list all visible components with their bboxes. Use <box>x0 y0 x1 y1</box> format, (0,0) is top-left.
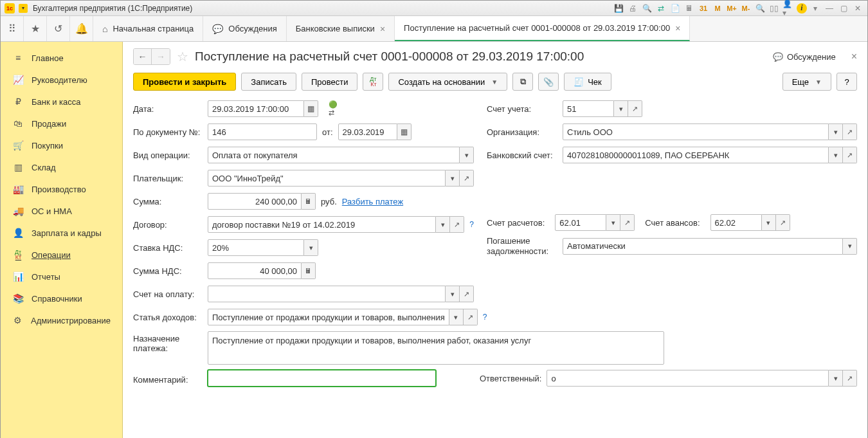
minimize-icon[interactable]: — <box>824 3 835 14</box>
vat-sum-field[interactable]: 40 000,00 <box>208 262 302 279</box>
post-and-close-button[interactable]: Провести и закрыть <box>133 73 236 91</box>
open-ref-icon[interactable]: ↗ <box>843 370 857 387</box>
dropdown-icon[interactable]: ▾ <box>460 147 474 163</box>
favorite-star-icon[interactable]: ☆ <box>177 49 188 64</box>
open-ref-icon[interactable]: ↗ <box>843 147 857 163</box>
sidebar-item-admin[interactable]: ⚙Администрирование <box>1 309 122 331</box>
org-field[interactable]: Стиль ООО <box>563 123 829 140</box>
responsible-field[interactable]: о <box>547 370 829 387</box>
help-hint-icon[interactable]: ? <box>469 220 474 229</box>
contract-field[interactable]: договор поставки №19 от 14.02.2019 <box>208 216 436 233</box>
sidebar-item-assets[interactable]: 🚚ОС и НМА <box>1 200 122 222</box>
cheque-button[interactable]: 🧾Чек <box>564 73 611 91</box>
comment-input[interactable] <box>212 374 431 383</box>
nav-forward-button[interactable]: → <box>152 49 170 64</box>
date-field[interactable]: 29.03.2019 17:00:00 <box>208 100 304 117</box>
account-field[interactable]: 51 <box>563 100 614 117</box>
doc-icon[interactable]: 📄 <box>669 3 681 14</box>
sidebar-item-sales[interactable]: 🛍Продажи <box>1 113 122 134</box>
dropdown-icon[interactable]: ▾ <box>436 216 450 233</box>
save-button[interactable]: Записать <box>241 73 296 91</box>
vat-rate-field[interactable]: 20% <box>208 239 304 256</box>
app-menu-dropdown[interactable]: ▾ <box>19 4 28 13</box>
sidebar-item-manager[interactable]: 📈Руководителю <box>1 69 122 91</box>
sidebar-item-warehouse[interactable]: ▥Склад <box>1 156 122 178</box>
dropdown-icon[interactable]: ▾ <box>446 170 460 187</box>
invoice-field[interactable] <box>208 286 446 302</box>
favorites-star-icon[interactable]: ★ <box>24 16 47 41</box>
memory-mminus-icon[interactable]: M- <box>740 3 752 14</box>
nav-back-button[interactable]: ← <box>134 49 152 64</box>
attachment-button[interactable]: 📎 <box>538 73 559 91</box>
structure-button[interactable]: ⧉ <box>512 73 533 91</box>
calendar-icon[interactable]: 31 <box>698 3 709 14</box>
calc-icon[interactable]: 🖩 <box>683 3 695 14</box>
dropdown-icon[interactable]: ▾ <box>304 239 318 256</box>
tab-discussions[interactable]: 💬 Обсуждения <box>203 16 287 41</box>
sidebar-item-catalogs[interactable]: 📚Справочники <box>1 287 122 309</box>
debt-repay-field[interactable]: Автоматически <box>563 238 843 255</box>
post-button[interactable]: Провести <box>302 73 358 91</box>
close-window-icon[interactable]: ✕ <box>852 3 863 14</box>
op-type-field[interactable]: Оплата от покупателя <box>208 147 460 163</box>
dropdown-icon[interactable]: ▾ <box>829 123 843 140</box>
tab-bank-statements[interactable]: Банковские выписки × <box>287 16 395 41</box>
sidebar-item-main[interactable]: ≡Главное <box>1 47 122 69</box>
dtkt-button[interactable]: ДтКт <box>363 73 383 91</box>
tab-home[interactable]: ⌂ Начальная страница <box>93 16 203 41</box>
zoom-icon[interactable]: 🔍 <box>754 3 766 14</box>
settle-acct-field[interactable]: 62.01 <box>555 214 606 231</box>
comment-field[interactable] <box>208 370 436 387</box>
open-ref-icon[interactable]: ↗ <box>464 309 478 325</box>
open-ref-icon[interactable]: ↗ <box>843 123 857 140</box>
split-payment-link[interactable]: Разбить платеж <box>342 197 403 206</box>
sidebar-item-purchases[interactable]: 🛒Покупки <box>1 134 122 156</box>
calculator-icon[interactable]: 🖩 <box>302 193 316 210</box>
more-button[interactable]: Еще▼ <box>782 73 831 91</box>
tab-close-icon[interactable]: × <box>675 23 680 33</box>
dropdown-icon[interactable]: ▾ <box>446 286 460 302</box>
calendar-picker-icon[interactable]: ▦ <box>397 123 411 140</box>
dropdown-icon[interactable]: ▾ <box>829 370 843 387</box>
discussion-button[interactable]: 💬 Обсуждение <box>773 52 836 62</box>
dropdown-icon[interactable]: ▾ <box>829 147 843 163</box>
dropdown-icon[interactable]: ▾ <box>606 214 620 231</box>
income-item-field[interactable]: Поступление от продажи продукции и товар… <box>208 309 449 325</box>
payer-field[interactable]: ООО "ИнноТрейд" <box>208 170 446 187</box>
maximize-icon[interactable]: ▢ <box>838 3 849 14</box>
dropdown-icon[interactable]: ▾ <box>762 214 776 231</box>
apps-grid-icon[interactable]: ⠿ <box>1 16 24 41</box>
panels-icon[interactable]: ▯▯ <box>768 3 780 14</box>
info-icon[interactable]: i <box>797 3 807 14</box>
advance-acct-field[interactable]: 62.02 <box>710 214 762 231</box>
purpose-field[interactable] <box>208 331 664 365</box>
preview-icon[interactable]: 🔍 <box>641 3 653 14</box>
refresh-order-icon[interactable]: 🟢⇄ <box>329 100 343 117</box>
memory-m-icon[interactable]: M <box>712 3 723 14</box>
sidebar-item-bank[interactable]: ₽Банк и касса <box>1 91 122 113</box>
dropdown-icon[interactable]: ▾ <box>843 238 857 255</box>
open-ref-icon[interactable]: ↗ <box>460 286 474 302</box>
open-ref-icon[interactable]: ↗ <box>450 216 464 233</box>
user-icon[interactable]: 👤▾ <box>782 3 794 14</box>
sidebar-item-production[interactable]: 🏭Производство <box>1 178 122 200</box>
tab-close-icon[interactable]: × <box>380 24 385 34</box>
calendar-picker-icon[interactable]: ▦ <box>304 100 318 117</box>
dropdown-icon[interactable]: ▾ <box>614 100 628 117</box>
open-ref-icon[interactable]: ↗ <box>628 100 642 117</box>
memory-mplus-icon[interactable]: M+ <box>726 3 737 14</box>
compare-icon[interactable]: ⇄ <box>655 3 667 14</box>
sidebar-item-operations[interactable]: ДтКтОперации <box>1 244 122 266</box>
doc-from-field[interactable]: 29.03.2019 <box>338 123 397 140</box>
doc-no-field[interactable]: 146 <box>208 123 317 140</box>
sidebar-item-hr[interactable]: 👤Зарплата и кадры <box>1 222 122 244</box>
open-ref-icon[interactable]: ↗ <box>460 170 474 187</box>
save-icon[interactable]: 💾 <box>613 3 624 14</box>
open-ref-icon[interactable]: ↗ <box>620 214 635 231</box>
tab-document[interactable]: Поступление на расчетный счет 0001-00000… <box>395 16 690 41</box>
calculator-icon[interactable]: 🖩 <box>302 262 316 279</box>
notifications-bell-icon[interactable]: 🔔 <box>70 16 93 41</box>
bank-acct-field[interactable]: 40702810800000011089, ПАО СБЕРБАНК <box>563 147 829 163</box>
create-based-button[interactable]: Создать на основании▼ <box>388 73 507 91</box>
open-ref-icon[interactable]: ↗ <box>776 214 790 231</box>
